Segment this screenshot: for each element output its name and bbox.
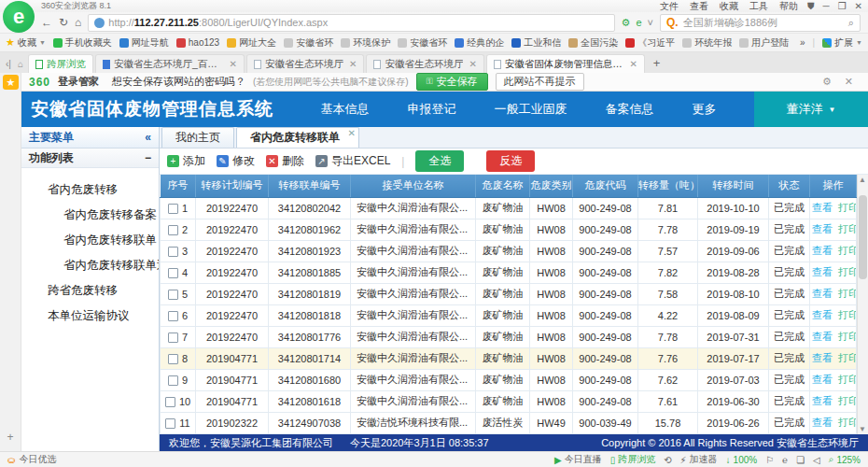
bookmark-item[interactable]: 网址导航 [119, 36, 169, 50]
bookmark-item[interactable]: 安徽省环 [284, 36, 333, 50]
table-row[interactable]: 320192247034120801923安徽中久润滑油有限公...废矿物油HW… [161, 240, 857, 262]
collapse-section-icon[interactable]: − [145, 151, 151, 164]
live-button[interactable]: ▶ 今日直播 [554, 453, 602, 466]
view-link[interactable]: 查看 [812, 417, 833, 428]
daily-picks-button[interactable]: ⛀ 今日优选 [7, 453, 56, 466]
view-link[interactable]: 查看 [812, 309, 833, 320]
menu-item[interactable]: 文件 [660, 0, 679, 13]
row-checkbox[interactable] [168, 290, 178, 300]
row-checkbox[interactable] [168, 204, 178, 214]
notif-gear-icon[interactable]: ⚙ [822, 76, 832, 88]
cross-screen-button[interactable]: ▯ 跨屏浏览 [610, 453, 656, 466]
column-header[interactable]: 转移时间 [698, 175, 769, 197]
new-tab-button[interactable]: + [646, 56, 668, 73]
row-checkbox[interactable] [168, 268, 178, 278]
url-input[interactable]: http://112.27.211.25:8080/LigerUI/QYInde… [88, 14, 614, 32]
bookmark-item[interactable]: 环统年报 [682, 36, 732, 50]
table-row[interactable]: 720192247034120801776安徽中久润滑油有限公...废矿物油HW… [161, 326, 857, 347]
bag-icon[interactable]: ⛊ [807, 1, 815, 12]
bookmark-item[interactable]: 用户登陆 [739, 36, 789, 50]
column-header[interactable]: 危废名称 [476, 175, 530, 197]
column-header[interactable]: 转移量（吨） [638, 175, 698, 197]
table-row[interactable]: 120192247034120802042安徽中久润滑油有限公...废矿物油HW… [161, 197, 857, 219]
favorites-button[interactable]: ★ 收藏 ▼ [6, 36, 46, 50]
menu-item[interactable]: 工具 [749, 0, 768, 13]
notif-close-icon[interactable]: ✕ [845, 76, 853, 88]
search-input[interactable]: Q. 全国新增确诊1886例 ⌕ [660, 14, 861, 32]
sidebar-item[interactable]: 本单位运输协议 [21, 304, 159, 329]
view-link[interactable]: 查看 [812, 202, 833, 213]
column-header[interactable]: 序号 [161, 175, 196, 197]
nav-item[interactable]: 申报登记 [408, 101, 456, 118]
row-checkbox[interactable] [165, 418, 175, 429]
flag-icon[interactable]: ⚐ [765, 455, 774, 465]
history-icon[interactable]: ⟲ [664, 455, 671, 465]
close-tab-icon[interactable]: ✕ [348, 128, 356, 138]
print-link[interactable]: 打印 [838, 202, 857, 213]
view-link[interactable]: 查看 [812, 245, 833, 256]
save-password-button[interactable]: ⚿ 安全保存 [416, 73, 488, 91]
print-link[interactable]: 打印 [838, 352, 857, 363]
sidebar-item[interactable]: 跨省危废转移 [21, 278, 159, 304]
table-row[interactable]: 420192247034120801885安徽中久润滑油有限公...废矿物油HW… [161, 262, 857, 283]
print-link[interactable]: 打印 [838, 417, 857, 428]
print-link[interactable]: 打印 [838, 245, 857, 256]
print-link[interactable]: 打印 [838, 395, 857, 406]
view-link[interactable]: 查看 [812, 395, 833, 406]
sidebar-item[interactable]: 省内危废转移联单退运 [21, 253, 159, 278]
bookmark-item[interactable]: 安徽省环 [398, 36, 447, 50]
sidebar-section[interactable]: 功能列表 − [21, 149, 159, 168]
nav-item[interactable]: 备案信息 [606, 101, 654, 118]
column-header[interactable]: 危废代码 [573, 175, 638, 197]
browser-tab[interactable]: 安徽省生态环境厅✕ [246, 54, 364, 73]
delete-button[interactable]: ✕ 删除 [266, 153, 304, 169]
monitor-icon[interactable]: ❏ [796, 455, 805, 465]
ie-mode-icon[interactable]: ℮ [782, 455, 788, 465]
add-button[interactable]: + 添加 [167, 153, 205, 169]
print-link[interactable]: 打印 [838, 223, 857, 234]
view-link[interactable]: 查看 [812, 266, 833, 277]
row-checkbox[interactable] [168, 333, 178, 343]
tab-home-icon[interactable]: ⌂ [16, 59, 27, 73]
sidebar-item[interactable]: 省内危废转移联单 [21, 228, 159, 253]
row-checkbox[interactable] [168, 354, 178, 364]
view-link[interactable]: 查看 [812, 331, 833, 342]
scrollbar-thumb[interactable] [859, 195, 867, 279]
column-header[interactable]: 接受单位名称 [351, 175, 476, 197]
sidebar-item[interactable]: 省内危废转移备案 [21, 203, 159, 228]
column-header[interactable]: 操作 [810, 175, 857, 197]
tab-transfer-sheet[interactable]: 省内危废转移联单 ✕ [236, 127, 359, 148]
speaker-icon[interactable]: ◁ [813, 455, 820, 465]
print-link[interactable]: 打印 [838, 309, 857, 320]
back-button[interactable]: ← [41, 17, 52, 28]
view-link[interactable]: 查看 [812, 223, 833, 234]
menu-item[interactable]: 帮助 [779, 0, 798, 13]
view-link[interactable]: 查看 [812, 352, 833, 363]
table-row[interactable]: 220192247034120801962安徽中久润滑油有限公...废矿物油HW… [161, 219, 857, 240]
print-link[interactable]: 打印 [838, 331, 857, 342]
bookmark-item[interactable]: 网址大全 [227, 36, 276, 50]
table-row[interactable]: 1120190232234124907038安徽洁悦环境科技有限...废活性炭H… [161, 412, 857, 433]
row-checkbox[interactable] [168, 375, 178, 386]
dismiss-site-button[interactable]: 此网站不再提示 [496, 73, 584, 91]
user-menu[interactable]: 董洋洋 ▼ [754, 92, 868, 127]
print-link[interactable]: 打印 [838, 266, 857, 277]
extension-e-icon[interactable]: e [636, 17, 641, 28]
bookmark-item[interactable]: hao123 [176, 36, 219, 50]
table-row[interactable]: 820190477134120801714安徽中久润滑油有限公...废矿物油HW… [161, 347, 857, 369]
table-row[interactable]: 620192247034120801818安徽中久润滑油有限公...废矿物油HW… [161, 304, 857, 326]
close-tab-icon[interactable]: ✕ [347, 59, 357, 69]
select-all-button[interactable]: 全选 [415, 150, 464, 172]
tab-my-home[interactable]: 我的主页 [161, 127, 234, 148]
view-link[interactable]: 查看 [812, 374, 833, 385]
row-checkbox[interactable] [168, 311, 178, 321]
row-checkbox[interactable] [168, 225, 178, 235]
close-button[interactable]: ✕ [855, 1, 862, 11]
invert-selection-button[interactable]: 反选 [486, 150, 535, 172]
security-gear-icon[interactable]: ⚙ [622, 17, 631, 29]
row-checkbox[interactable] [168, 247, 178, 257]
export-excel-button[interactable]: ↗ 导出EXCEL [315, 153, 390, 169]
column-header[interactable]: 转移联单编号 [269, 175, 351, 197]
login-manager-star-icon[interactable]: ★ [3, 75, 19, 90]
home-button[interactable]: ⌂ [75, 17, 81, 28]
